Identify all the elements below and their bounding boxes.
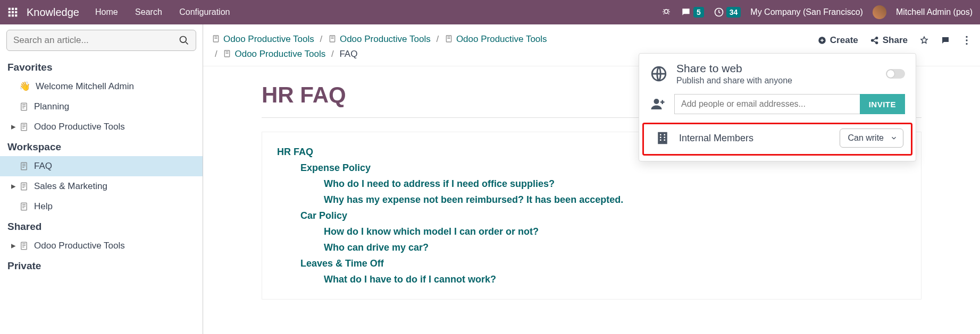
breadcrumb-sep: / (320, 34, 322, 44)
breadcrumb-link[interactable]: Odoo Productive Tools (223, 34, 314, 44)
internal-members-row: Internal Members Can write (642, 123, 912, 156)
user-name[interactable]: Mitchell Admin (pos) (896, 7, 973, 17)
svg-rect-5 (15, 11, 17, 13)
sidebar-item-label: Planning (34, 100, 69, 114)
caret-right-icon[interactable]: ▸ (9, 120, 18, 134)
doc-icon (19, 182, 29, 191)
share-web-title: Share to web (676, 62, 877, 75)
sidebar-item-shared-tools[interactable]: ▸ Odoo Productive Tools (0, 236, 203, 256)
sidebar-item-label: Odoo Productive Tools (34, 120, 125, 134)
svg-point-25 (966, 36, 967, 38)
messages-indicator[interactable]: 5 (681, 7, 704, 18)
svg-rect-2 (15, 8, 17, 10)
toc-link[interactable]: Car Policy (300, 210, 347, 221)
doc-icon (19, 202, 29, 211)
svg-rect-0 (9, 8, 11, 10)
section-favorites-title: Favorites (0, 57, 203, 76)
top-nav: Home Search Configuration (95, 7, 245, 17)
nav-config[interactable]: Configuration (179, 7, 230, 16)
user-plus-icon (650, 96, 666, 112)
svg-point-26 (966, 39, 967, 41)
permission-select[interactable]: Can write (840, 129, 903, 148)
caret-right-icon[interactable]: ▸ (9, 239, 18, 253)
message-count: 5 (693, 7, 704, 18)
favorite-toggle[interactable] (919, 36, 929, 45)
star-icon (919, 36, 929, 45)
toc-link[interactable]: Leaves & Time Off (300, 258, 384, 269)
toc-link[interactable]: Who can drive my car? (324, 242, 429, 253)
globe-icon (650, 65, 668, 83)
app-brand[interactable]: Knowledge (27, 6, 79, 19)
plus-circle-icon (817, 36, 827, 45)
search-icon (179, 35, 189, 46)
sidebar-item-tools[interactable]: ▸ Odoo Productive Tools (0, 117, 203, 137)
breadcrumb-current: FAQ (339, 49, 357, 59)
create-button[interactable]: Create (817, 35, 858, 46)
publish-toggle[interactable] (886, 69, 905, 79)
svg-rect-31 (660, 134, 661, 136)
breadcrumb-sep: / (436, 34, 439, 44)
search-input[interactable] (13, 35, 179, 46)
breadcrumb-link[interactable]: Odoo Productive Tools (234, 49, 325, 59)
share-label: Share (883, 35, 908, 46)
sidebar-item-planning[interactable]: Planning (0, 97, 203, 117)
svg-point-10 (180, 37, 187, 43)
doc-icon (223, 49, 231, 58)
toc-link[interactable]: What do I have to do if I cannot work? (324, 274, 496, 285)
create-label: Create (830, 35, 858, 46)
invite-input[interactable] (674, 94, 860, 114)
page-actions: Create Share (817, 32, 971, 46)
svg-rect-4 (12, 11, 14, 13)
avatar[interactable] (873, 5, 886, 19)
svg-rect-33 (660, 137, 661, 139)
svg-rect-3 (9, 11, 11, 13)
activity-count: 34 (726, 7, 741, 18)
breadcrumb-link[interactable]: Odoo Productive Tools (340, 34, 431, 44)
toc-link[interactable]: Who do I need to address if I need offic… (324, 178, 555, 189)
breadcrumb-link[interactable]: Odoo Productive Tools (456, 34, 547, 44)
doc-icon (19, 122, 29, 132)
toc-link[interactable]: HR FAQ (277, 147, 313, 157)
section-private-title: Private (0, 256, 203, 275)
sidebar-item-help[interactable]: Help (0, 196, 203, 217)
sidebar-item-welcome[interactable]: 👋 Welcome Mitchell Admin (0, 76, 203, 97)
svg-rect-32 (664, 134, 666, 136)
invite-button[interactable]: INVITE (860, 94, 905, 114)
section-shared-title: Shared (0, 217, 203, 236)
share-button[interactable]: Share (870, 35, 908, 46)
svg-rect-6 (9, 14, 11, 16)
doc-icon (212, 35, 220, 43)
share-icon (870, 36, 880, 45)
sidebar-item-label: Welcome Mitchell Admin (36, 80, 134, 93)
chat-icon (941, 36, 950, 45)
svg-rect-1 (12, 8, 14, 10)
kebab-menu[interactable] (962, 36, 971, 45)
share-popover: Share to web Publish and share with anyo… (639, 53, 916, 161)
svg-rect-34 (664, 137, 666, 139)
internal-members-label: Internal Members (679, 133, 831, 144)
topbar-right: 5 34 My Company (San Francisco) Mitchell… (661, 5, 973, 19)
nav-search[interactable]: Search (135, 7, 162, 16)
sidebar-item-sales[interactable]: ▸ Sales & Marketing (0, 176, 203, 196)
caret-right-icon[interactable]: ▸ (9, 179, 18, 193)
sidebar-item-label: Sales & Marketing (34, 179, 107, 193)
activities-indicator[interactable]: 34 (714, 7, 741, 18)
sidebar-item-label: Help (34, 200, 53, 213)
content-area: Odoo Productive Tools / Odoo Productive … (203, 24, 980, 334)
chatter-toggle[interactable] (941, 36, 950, 45)
breadcrumb-sep: / (331, 49, 334, 59)
search-box[interactable] (6, 30, 196, 51)
sidebar-item-faq[interactable]: FAQ (0, 156, 203, 176)
svg-rect-7 (12, 14, 14, 16)
toc-link[interactable]: Why has my expense not been reimbursed? … (324, 194, 623, 205)
toc-link[interactable]: Expense Policy (300, 162, 371, 173)
doc-icon (445, 35, 453, 43)
permission-value: Can write (848, 133, 884, 143)
wave-icon: 👋 (19, 80, 30, 93)
toc-link[interactable]: How do I know which model I can order or… (324, 226, 539, 237)
bug-icon[interactable] (661, 7, 671, 17)
apps-icon[interactable] (7, 7, 18, 18)
nav-home[interactable]: Home (95, 7, 118, 16)
section-workspace-title: Workspace (0, 137, 203, 156)
company-switcher[interactable]: My Company (San Francisco) (750, 7, 863, 17)
